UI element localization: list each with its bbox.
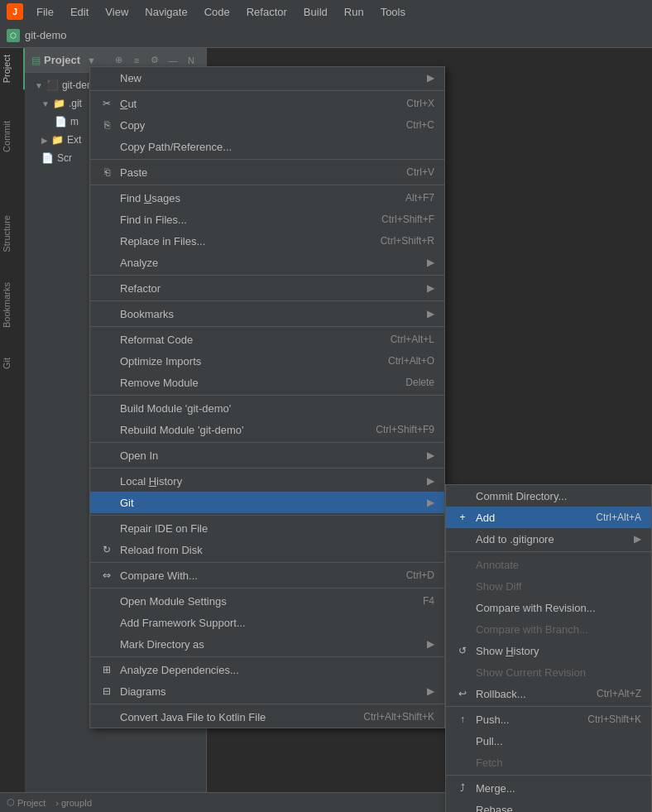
folder-icon: 📁	[51, 134, 64, 146]
reload-icon: ↻	[100, 544, 113, 555]
status-project[interactable]: ⬡ Project	[7, 797, 46, 808]
file-icon: 📄	[41, 152, 54, 164]
arrow-icon: ▶	[427, 257, 434, 268]
menu-bar: J File Edit View Navigate Code Refactor …	[0, 0, 652, 23]
menu-item-cut[interactable]: ✂ Cut Ctrl+X	[90, 93, 444, 114]
menu-file[interactable]: File	[33, 4, 57, 20]
app-logo: J	[7, 3, 23, 20]
git-menu-show-current-revision: Show Current Revision	[446, 661, 651, 683]
file-icon: 📄	[55, 116, 67, 127]
diagrams-icon: ⊟	[100, 685, 113, 697]
menu-item-label: Paste	[120, 166, 400, 179]
git-menu-fetch: Fetch	[446, 752, 651, 773]
menu-item-reload[interactable]: ↻ Reload from Disk	[90, 539, 444, 560]
menu-separator	[446, 551, 651, 552]
menu-item-rebuild-module[interactable]: Rebuild Module 'git-demo' Ctrl+Shift+F9	[90, 419, 444, 440]
menu-item-label: Push...	[476, 714, 581, 726]
menu-item-paste[interactable]: ⎗ Paste Ctrl+V	[90, 161, 444, 183]
menu-item-label: Cut	[120, 98, 400, 110]
menu-separator	[90, 515, 444, 516]
menu-tools[interactable]: Tools	[377, 4, 409, 20]
shortcut-text: Alt+F7	[405, 192, 434, 204]
git-menu-add[interactable]: + Add Ctrl+Alt+A	[446, 507, 651, 528]
menu-item-refactor[interactable]: Refactor ▶	[90, 277, 444, 299]
arrow-icon: ▶	[427, 685, 434, 697]
git-menu-show-history[interactable]: ↺ Show History	[446, 640, 651, 661]
menu-item-optimize-imports[interactable]: Optimize Imports Ctrl+Alt+O	[90, 350, 444, 372]
shortcut-text: Ctrl+Shift+K	[587, 714, 641, 725]
shortcut-text: Ctrl+V	[406, 166, 434, 178]
git-menu-merge[interactable]: ⤴ Merge...	[446, 777, 651, 799]
paste-icon: ⎗	[100, 166, 113, 178]
menu-item-label: Open In	[120, 449, 414, 462]
menu-item-copy-path[interactable]: Copy Path/Reference...	[90, 136, 444, 157]
menu-item-label: Bookmarks	[120, 308, 414, 320]
menu-item-git[interactable]: Git ▶	[90, 492, 444, 513]
tree-item-label: .git	[69, 98, 82, 109]
shortcut-text: F4	[423, 595, 434, 607]
menu-item-open-in[interactable]: Open In ▶	[90, 444, 444, 466]
tree-arrow-icon: ▼	[41, 99, 50, 108]
menu-item-analyze[interactable]: Analyze ▶	[90, 252, 444, 273]
shortcut-text: Ctrl+Alt+A	[596, 512, 641, 523]
menu-item-label: Open Module Settings	[120, 595, 416, 608]
menu-navigate[interactable]: Navigate	[141, 4, 190, 20]
git-menu-commit-dir[interactable]: Commit Directory...	[446, 485, 651, 507]
menu-separator	[90, 656, 444, 657]
menu-item-mark-directory[interactable]: Mark Directory as ▶	[90, 633, 444, 655]
vtab-git[interactable]: Git	[0, 351, 25, 376]
menu-item-label: Optimize Imports	[120, 355, 381, 368]
git-menu-compare-revision[interactable]: Compare with Revision...	[446, 597, 651, 618]
menu-item-new[interactable]: New ▶	[90, 67, 444, 89]
tree-arrow-icon: ▼	[35, 81, 43, 90]
menu-code[interactable]: Code	[201, 4, 233, 20]
git-menu-pull[interactable]: Pull...	[446, 730, 651, 752]
menu-item-copy[interactable]: ⎘ Copy Ctrl+C	[90, 114, 444, 136]
git-menu-rollback[interactable]: ↩ Rollback... Ctrl+Alt+Z	[446, 683, 651, 704]
menu-item-label: Replace in Files...	[120, 235, 374, 247]
menu-refactor[interactable]: Refactor	[243, 4, 290, 20]
cut-icon: ✂	[100, 98, 113, 109]
status-project-label: Project	[17, 798, 46, 808]
menu-item-reformat[interactable]: Reformat Code Ctrl+Alt+L	[90, 329, 444, 350]
menu-separator	[446, 775, 651, 776]
status-path: › groupId	[55, 798, 92, 808]
menu-item-diagrams[interactable]: ⊟ Diagrams ▶	[90, 680, 444, 702]
menu-run[interactable]: Run	[341, 4, 367, 20]
menu-item-compare[interactable]: ⇔ Compare With... Ctrl+D	[90, 565, 444, 586]
shortcut-text: Ctrl+Alt+O	[388, 355, 434, 367]
dropdown-arrow-icon[interactable]: ▼	[87, 55, 96, 65]
git-menu-rebase[interactable]: Rebase...	[446, 799, 651, 812]
menu-item-convert-java[interactable]: Convert Java File to Kotlin File Ctrl+Al…	[90, 706, 444, 728]
menu-item-local-history[interactable]: Local History ▶	[90, 470, 444, 492]
vtab-project[interactable]: Project	[0, 48, 25, 89]
menu-edit[interactable]: Edit	[67, 4, 92, 20]
vtab-bookmarks[interactable]: Bookmarks	[0, 276, 25, 334]
menu-item-find-files[interactable]: Find in Files... Ctrl+Shift+F	[90, 209, 444, 230]
shortcut-text: Ctrl+Alt+Shift+K	[363, 711, 434, 723]
menu-item-analyze-deps[interactable]: ⊞ Analyze Dependencies...	[90, 659, 444, 680]
git-menu-push[interactable]: ↑ Push... Ctrl+Shift+K	[446, 709, 651, 730]
menu-item-module-settings[interactable]: Open Module Settings F4	[90, 590, 444, 612]
git-menu-gitignore[interactable]: Add to .gitignore ▶	[446, 528, 651, 550]
menu-item-build-module[interactable]: Build Module 'git-demo'	[90, 397, 444, 419]
rollback-icon: ↩	[456, 688, 469, 699]
menu-item-label: Commit Directory...	[476, 490, 641, 502]
menu-separator	[446, 706, 651, 707]
menu-item-add-framework[interactable]: Add Framework Support...	[90, 612, 444, 633]
menu-item-bookmarks[interactable]: Bookmarks ▶	[90, 303, 444, 324]
menu-build[interactable]: Build	[300, 4, 331, 20]
menu-item-repair-ide[interactable]: Repair IDE on File	[90, 517, 444, 539]
menu-view[interactable]: View	[102, 4, 132, 20]
vtab-structure[interactable]: Structure	[0, 209, 25, 259]
status-path-label: groupId	[61, 798, 92, 808]
menu-item-replace-files[interactable]: Replace in Files... Ctrl+Shift+R	[90, 230, 444, 252]
folder-icon: ⬛	[46, 79, 59, 91]
menu-item-remove-module[interactable]: Remove Module Delete	[90, 372, 444, 393]
menu-separator	[90, 185, 444, 185]
vtab-commit[interactable]: Commit	[0, 114, 25, 159]
tree-arrow-icon: ▶	[41, 136, 48, 145]
add-icon: +	[456, 512, 469, 523]
menu-item-label: Add Framework Support...	[120, 617, 434, 629]
menu-item-find-usages[interactable]: Find Usages Alt+F7	[90, 187, 444, 209]
